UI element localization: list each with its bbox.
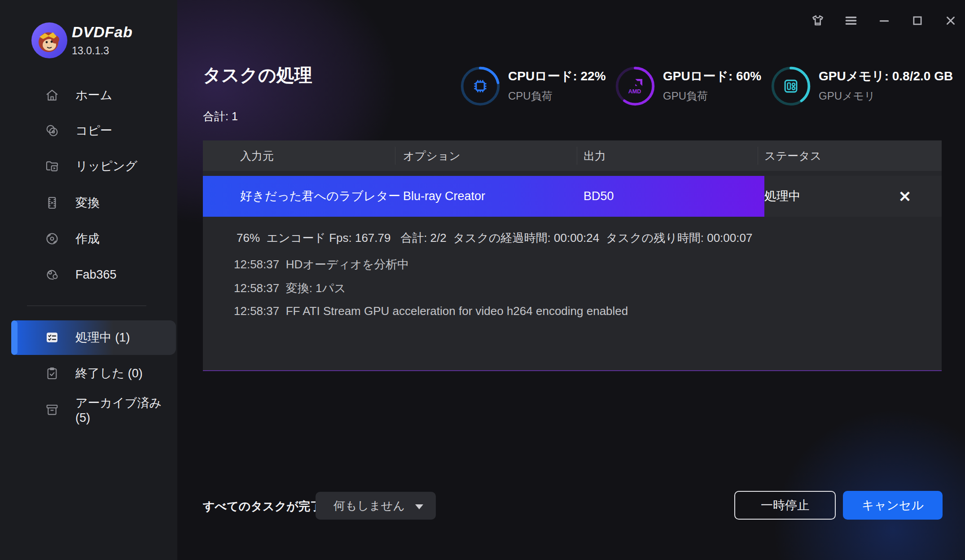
task-status: 処理中 [764,176,801,217]
gpu-memory-value: GPUメモリ: 0.8/2.0 GB [819,68,953,85]
sidebar-divider [27,306,146,306]
sidebar-item-label: 変換 [75,195,100,211]
log-line: 12:58:37 変換: 1パス [234,280,346,296]
hamburger-menu-icon [844,13,858,28]
progress-detail-line: 76% エンコード Fps: 167.79 合計: 2/2 タスクの経過時間: … [237,230,752,246]
sidebar-item-home[interactable]: ホーム [0,78,177,113]
gpu-memory-stat: GPUメモリ: 0.8/2.0 GB GPUメモリ [819,68,953,103]
sidebar-item-fab365[interactable]: Fab365 [0,257,177,292]
task-row[interactable]: 好きだった君へのラブレター Blu-ray Creator BD50 処理中 ✕ [203,176,942,217]
fab365-icon [45,267,59,282]
page-title: タスクの処理 [203,63,312,88]
brand-version: 13.0.1.3 [72,45,109,57]
sidebar-item-label: コピー [75,122,112,139]
gpu-memory-caption: GPUメモリ [819,89,953,103]
gpu-load-stat: GPUロード: 60% GPU負荷 [663,68,761,103]
amd-gpu-icon: AMD [625,76,645,96]
sidebar-item-label: Fab365 [75,268,117,282]
dvdfab-window: DVDFab 13.0.1.3 ホーム コピー リッピング [0,0,965,560]
sidebar-item-creator[interactable]: 作成 [0,221,177,256]
skin-theme-button[interactable] [810,11,826,31]
log-line: 12:58:37 FF ATI Stream GPU acceleration … [234,304,628,318]
dropdown-selected-value: 何もしません [333,492,405,520]
cpu-load-caption: CPU負荷 [508,89,606,103]
cancel-button[interactable]: キャンセル [843,491,943,520]
maximize-button[interactable] [909,11,926,31]
gpu-load-caption: GPU負荷 [663,89,761,103]
cpu-icon [470,76,490,96]
column-header-status: ステータス [764,140,821,171]
ripper-icon [45,159,59,173]
sidebar-item-label: 終了した (0) [75,365,143,381]
sidebar-item-converter[interactable]: 変換 [0,185,177,220]
brand-name: DVDFab [72,23,132,41]
finished-icon [45,366,59,381]
column-divider [758,147,758,165]
creator-icon [45,232,59,246]
table-header: 入力元 オプション 出力 ステータス [203,140,942,171]
log-line: 12:58:37 HDオーディオを分析中 [234,257,409,272]
minimize-icon [877,14,891,27]
cancel-task-icon[interactable]: ✕ [895,187,915,206]
maximize-icon [911,14,924,27]
close-icon [944,14,957,27]
processing-icon [45,330,59,345]
column-divider [395,147,395,165]
column-divider [577,147,577,165]
dvdfab-logo [31,22,68,59]
gpu-load-value: GPUロード: 60% [663,68,761,85]
sidebar-item-finished[interactable]: 終了した (0) [0,356,177,391]
on-complete-label: すべてのタスクが完了 : [203,499,329,514]
on-complete-dropdown[interactable]: 何もしません [316,492,436,520]
column-header-option: オプション [403,140,461,171]
close-button[interactable] [943,11,959,31]
chevron-down-icon [415,504,423,509]
sidebar-item-label: 作成 [75,231,100,247]
sidebar-item-copy[interactable]: コピー [0,113,177,148]
sidebar-item-ripper[interactable]: リッピング [0,149,177,184]
task-table: 入力元 オプション 出力 ステータス 好きだった君へのラブレター Blu-ray… [203,140,942,371]
home-icon [45,88,59,102]
sidebar-item-label: リッピング [75,158,137,174]
pause-button[interactable]: 一時停止 [734,491,836,520]
window-titlebar [810,11,959,31]
main-menu-button[interactable] [843,11,859,31]
minimize-button[interactable] [876,11,892,31]
svg-text:AMD: AMD [628,88,641,95]
task-source: 好きだった君へのラブレター [240,176,400,217]
sidebar-item-label: 処理中 (1) [75,329,130,346]
task-output: BD50 [583,176,614,217]
cpu-load-stat: CPUロード: 22% CPU負荷 [508,68,606,103]
archived-icon [45,402,59,417]
converter-icon [45,196,59,210]
column-header-source: 入力元 [240,140,274,171]
cpu-load-gauge [459,65,502,108]
gpu-memory-gauge [769,65,812,108]
cpu-load-value: CPUロード: 22% [508,68,606,85]
column-header-output: 出力 [583,140,606,171]
gpu-memory-icon [781,76,801,96]
total-count: 合計: 1 [203,109,238,124]
sidebar-item-label: ホーム [75,87,112,103]
blue-glow [705,389,965,560]
sidebar-item-label: アーカイブ済み (5) [75,395,177,425]
gpu-load-gauge: AMD [614,65,657,108]
task-option: Blu-ray Creator [403,176,485,217]
sidebar-item-processing[interactable]: 処理中 (1) [0,320,177,355]
sidebar-item-archived[interactable]: アーカイブ済み (5) [0,392,177,427]
tshirt-icon [810,13,825,28]
copy-icon [45,123,59,138]
sidebar: DVDFab 13.0.1.3 ホーム コピー リッピング [0,0,177,560]
